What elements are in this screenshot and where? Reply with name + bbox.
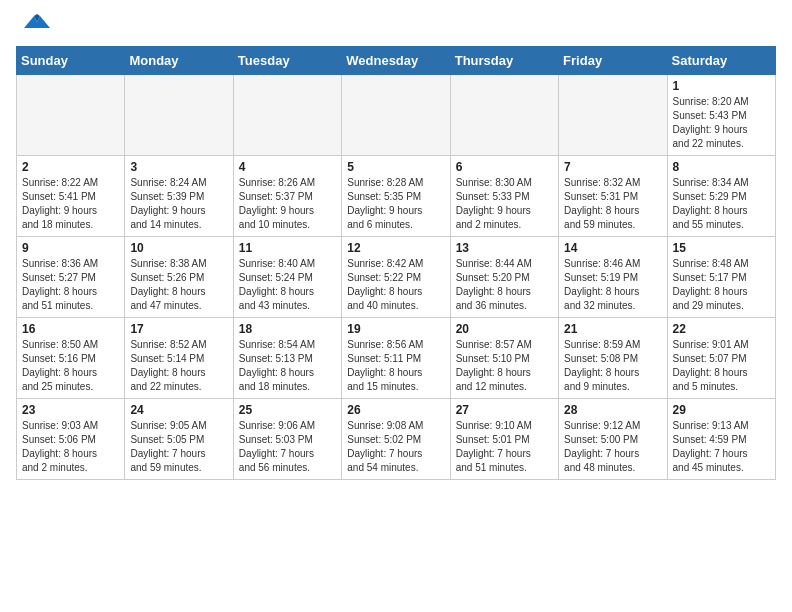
calendar-day-cell: 8Sunrise: 8:34 AM Sunset: 5:29 PM Daylig… xyxy=(667,156,775,237)
calendar-header-row: SundayMondayTuesdayWednesdayThursdayFrid… xyxy=(17,47,776,75)
logo-bird-icon xyxy=(20,8,54,34)
day-number: 8 xyxy=(673,160,770,174)
day-info: Sunrise: 8:42 AM Sunset: 5:22 PM Dayligh… xyxy=(347,257,444,313)
day-number: 26 xyxy=(347,403,444,417)
day-info: Sunrise: 9:06 AM Sunset: 5:03 PM Dayligh… xyxy=(239,419,336,475)
calendar-table: SundayMondayTuesdayWednesdayThursdayFrid… xyxy=(16,46,776,480)
day-info: Sunrise: 8:34 AM Sunset: 5:29 PM Dayligh… xyxy=(673,176,770,232)
calendar-day-cell: 13Sunrise: 8:44 AM Sunset: 5:20 PM Dayli… xyxy=(450,237,558,318)
calendar-day-cell: 12Sunrise: 8:42 AM Sunset: 5:22 PM Dayli… xyxy=(342,237,450,318)
day-number: 21 xyxy=(564,322,661,336)
day-number: 20 xyxy=(456,322,553,336)
day-number: 14 xyxy=(564,241,661,255)
calendar-week-row: 2Sunrise: 8:22 AM Sunset: 5:41 PM Daylig… xyxy=(17,156,776,237)
calendar-header-thursday: Thursday xyxy=(450,47,558,75)
day-number: 13 xyxy=(456,241,553,255)
calendar-day-cell xyxy=(342,75,450,156)
day-info: Sunrise: 8:20 AM Sunset: 5:43 PM Dayligh… xyxy=(673,95,770,151)
day-info: Sunrise: 8:59 AM Sunset: 5:08 PM Dayligh… xyxy=(564,338,661,394)
day-info: Sunrise: 9:08 AM Sunset: 5:02 PM Dayligh… xyxy=(347,419,444,475)
day-number: 16 xyxy=(22,322,119,336)
calendar-header-tuesday: Tuesday xyxy=(233,47,341,75)
day-info: Sunrise: 8:24 AM Sunset: 5:39 PM Dayligh… xyxy=(130,176,227,232)
calendar-header-sunday: Sunday xyxy=(17,47,125,75)
calendar-day-cell: 21Sunrise: 8:59 AM Sunset: 5:08 PM Dayli… xyxy=(559,318,667,399)
day-number: 18 xyxy=(239,322,336,336)
calendar-day-cell: 3Sunrise: 8:24 AM Sunset: 5:39 PM Daylig… xyxy=(125,156,233,237)
calendar-header-saturday: Saturday xyxy=(667,47,775,75)
day-info: Sunrise: 9:12 AM Sunset: 5:00 PM Dayligh… xyxy=(564,419,661,475)
calendar-day-cell: 14Sunrise: 8:46 AM Sunset: 5:19 PM Dayli… xyxy=(559,237,667,318)
calendar-day-cell: 2Sunrise: 8:22 AM Sunset: 5:41 PM Daylig… xyxy=(17,156,125,237)
day-info: Sunrise: 9:01 AM Sunset: 5:07 PM Dayligh… xyxy=(673,338,770,394)
calendar-day-cell: 24Sunrise: 9:05 AM Sunset: 5:05 PM Dayli… xyxy=(125,399,233,480)
day-number: 12 xyxy=(347,241,444,255)
day-info: Sunrise: 8:30 AM Sunset: 5:33 PM Dayligh… xyxy=(456,176,553,232)
calendar-day-cell: 7Sunrise: 8:32 AM Sunset: 5:31 PM Daylig… xyxy=(559,156,667,237)
day-number: 23 xyxy=(22,403,119,417)
day-number: 6 xyxy=(456,160,553,174)
day-number: 28 xyxy=(564,403,661,417)
calendar-day-cell: 25Sunrise: 9:06 AM Sunset: 5:03 PM Dayli… xyxy=(233,399,341,480)
day-number: 10 xyxy=(130,241,227,255)
day-number: 4 xyxy=(239,160,336,174)
calendar-day-cell: 18Sunrise: 8:54 AM Sunset: 5:13 PM Dayli… xyxy=(233,318,341,399)
calendar-header-monday: Monday xyxy=(125,47,233,75)
day-number: 2 xyxy=(22,160,119,174)
day-info: Sunrise: 8:56 AM Sunset: 5:11 PM Dayligh… xyxy=(347,338,444,394)
day-number: 15 xyxy=(673,241,770,255)
day-number: 17 xyxy=(130,322,227,336)
day-info: Sunrise: 8:38 AM Sunset: 5:26 PM Dayligh… xyxy=(130,257,227,313)
day-info: Sunrise: 9:05 AM Sunset: 5:05 PM Dayligh… xyxy=(130,419,227,475)
calendar-day-cell: 19Sunrise: 8:56 AM Sunset: 5:11 PM Dayli… xyxy=(342,318,450,399)
calendar-day-cell xyxy=(125,75,233,156)
calendar-week-row: 9Sunrise: 8:36 AM Sunset: 5:27 PM Daylig… xyxy=(17,237,776,318)
calendar-day-cell: 15Sunrise: 8:48 AM Sunset: 5:17 PM Dayli… xyxy=(667,237,775,318)
page-header xyxy=(16,16,776,34)
calendar-day-cell: 11Sunrise: 8:40 AM Sunset: 5:24 PM Dayli… xyxy=(233,237,341,318)
day-info: Sunrise: 9:10 AM Sunset: 5:01 PM Dayligh… xyxy=(456,419,553,475)
day-number: 1 xyxy=(673,79,770,93)
day-number: 3 xyxy=(130,160,227,174)
calendar-day-cell: 26Sunrise: 9:08 AM Sunset: 5:02 PM Dayli… xyxy=(342,399,450,480)
calendar-day-cell: 27Sunrise: 9:10 AM Sunset: 5:01 PM Dayli… xyxy=(450,399,558,480)
calendar-day-cell xyxy=(559,75,667,156)
day-info: Sunrise: 9:03 AM Sunset: 5:06 PM Dayligh… xyxy=(22,419,119,475)
day-info: Sunrise: 9:13 AM Sunset: 4:59 PM Dayligh… xyxy=(673,419,770,475)
logo xyxy=(16,16,54,34)
day-info: Sunrise: 8:26 AM Sunset: 5:37 PM Dayligh… xyxy=(239,176,336,232)
calendar-day-cell xyxy=(450,75,558,156)
calendar-day-cell: 23Sunrise: 9:03 AM Sunset: 5:06 PM Dayli… xyxy=(17,399,125,480)
day-info: Sunrise: 8:22 AM Sunset: 5:41 PM Dayligh… xyxy=(22,176,119,232)
calendar-day-cell: 22Sunrise: 9:01 AM Sunset: 5:07 PM Dayli… xyxy=(667,318,775,399)
day-number: 25 xyxy=(239,403,336,417)
calendar-day-cell: 28Sunrise: 9:12 AM Sunset: 5:00 PM Dayli… xyxy=(559,399,667,480)
calendar-day-cell xyxy=(233,75,341,156)
day-number: 11 xyxy=(239,241,336,255)
day-info: Sunrise: 8:46 AM Sunset: 5:19 PM Dayligh… xyxy=(564,257,661,313)
calendar-day-cell: 10Sunrise: 8:38 AM Sunset: 5:26 PM Dayli… xyxy=(125,237,233,318)
calendar-day-cell: 29Sunrise: 9:13 AM Sunset: 4:59 PM Dayli… xyxy=(667,399,775,480)
day-info: Sunrise: 8:52 AM Sunset: 5:14 PM Dayligh… xyxy=(130,338,227,394)
calendar-day-cell: 16Sunrise: 8:50 AM Sunset: 5:16 PM Dayli… xyxy=(17,318,125,399)
calendar-week-row: 23Sunrise: 9:03 AM Sunset: 5:06 PM Dayli… xyxy=(17,399,776,480)
day-info: Sunrise: 8:36 AM Sunset: 5:27 PM Dayligh… xyxy=(22,257,119,313)
day-info: Sunrise: 8:50 AM Sunset: 5:16 PM Dayligh… xyxy=(22,338,119,394)
calendar-day-cell xyxy=(17,75,125,156)
day-number: 9 xyxy=(22,241,119,255)
day-info: Sunrise: 8:28 AM Sunset: 5:35 PM Dayligh… xyxy=(347,176,444,232)
day-number: 27 xyxy=(456,403,553,417)
day-number: 7 xyxy=(564,160,661,174)
calendar-header-wednesday: Wednesday xyxy=(342,47,450,75)
calendar-header-friday: Friday xyxy=(559,47,667,75)
calendar-day-cell: 4Sunrise: 8:26 AM Sunset: 5:37 PM Daylig… xyxy=(233,156,341,237)
day-number: 19 xyxy=(347,322,444,336)
calendar-day-cell: 6Sunrise: 8:30 AM Sunset: 5:33 PM Daylig… xyxy=(450,156,558,237)
day-info: Sunrise: 8:44 AM Sunset: 5:20 PM Dayligh… xyxy=(456,257,553,313)
day-info: Sunrise: 8:48 AM Sunset: 5:17 PM Dayligh… xyxy=(673,257,770,313)
day-info: Sunrise: 8:57 AM Sunset: 5:10 PM Dayligh… xyxy=(456,338,553,394)
day-info: Sunrise: 8:40 AM Sunset: 5:24 PM Dayligh… xyxy=(239,257,336,313)
calendar-day-cell: 5Sunrise: 8:28 AM Sunset: 5:35 PM Daylig… xyxy=(342,156,450,237)
calendar-day-cell: 9Sunrise: 8:36 AM Sunset: 5:27 PM Daylig… xyxy=(17,237,125,318)
calendar-day-cell: 17Sunrise: 8:52 AM Sunset: 5:14 PM Dayli… xyxy=(125,318,233,399)
